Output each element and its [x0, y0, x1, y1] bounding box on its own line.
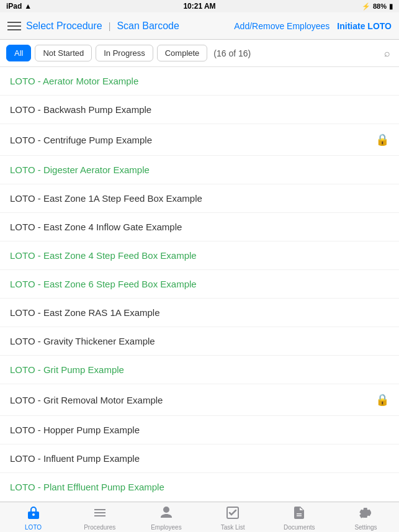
nav-left: Select Procedure | Scan Barcode	[7, 19, 179, 33]
list-item[interactable]: LOTO - Centrifuge Pump Example🔒	[0, 124, 399, 156]
filter-complete-button[interactable]: Complete	[157, 45, 208, 61]
tab-loto-label: LOTO	[25, 524, 42, 531]
battery-icon: ▮	[389, 2, 393, 11]
status-bar: iPad ▲ 10:21 AM ⚡ 88% ▮	[0, 0, 399, 12]
procedure-name: LOTO - Backwash Pump Example	[10, 104, 151, 115]
nav-bar: Select Procedure | Scan Barcode Add/Remo…	[0, 12, 399, 40]
list-item[interactable]: LOTO - Backwash Pump Example	[0, 96, 399, 124]
list-item[interactable]: LOTO - Aerator Motor Example	[0, 67, 399, 96]
list-item[interactable]: LOTO - East Zone RAS 1A Example	[0, 299, 399, 327]
procedure-name: LOTO - East Zone 4 Step Feed Box Example	[10, 250, 197, 261]
menu-icon[interactable]	[7, 19, 21, 33]
list-item[interactable]: LOTO - Plant Effluent Pump Example	[0, 473, 399, 499]
filter-all-button[interactable]: All	[6, 45, 31, 61]
procedure-name: LOTO - Grit Removal Motor Example	[10, 395, 163, 405]
list-item[interactable]: LOTO - East Zone 1A Step Feed Box Exampl…	[0, 184, 399, 213]
count-label: (16 of 16)	[213, 48, 378, 58]
procedure-name: LOTO - Gravity Thickener Example	[10, 336, 155, 346]
procedure-list: LOTO - Aerator Motor ExampleLOTO - Backw…	[0, 67, 399, 499]
list-item[interactable]: LOTO - East Zone 4 Step Feed Box Example	[0, 241, 399, 270]
tab-employees[interactable]: Employees	[133, 502, 199, 532]
filter-not-started-button[interactable]: Not Started	[35, 45, 92, 61]
procedure-name: LOTO - Centrifuge Pump Example	[10, 135, 152, 145]
procedure-name: LOTO - Digester Aerator Example	[10, 165, 150, 175]
tab-settings-label: Settings	[354, 524, 377, 531]
tab-settings[interactable]: Settings	[333, 502, 399, 532]
procedure-name: LOTO - East Zone 6 Step Feed Box Example	[10, 279, 197, 289]
tab-procedures-label: Procedures	[84, 524, 115, 531]
procedure-name: LOTO - Plant Effluent Pump Example	[10, 482, 164, 492]
lock-icon: 🔒	[375, 393, 389, 407]
status-time: 10:21 AM	[183, 2, 215, 11]
wifi-icon: ▲	[24, 2, 32, 11]
list-icon	[92, 505, 107, 523]
tab-documents-label: Documents	[284, 524, 315, 531]
lock-icon	[26, 505, 41, 523]
gear-icon	[358, 505, 373, 523]
list-item[interactable]: LOTO - Grit Removal Motor Example🔒	[0, 384, 399, 416]
scan-barcode-button[interactable]: Scan Barcode	[117, 20, 179, 32]
content-panel: All Not Started In Progress Complete (16…	[0, 40, 399, 502]
list-item[interactable]: LOTO - East Zone 4 Inflow Gate Example	[0, 213, 399, 241]
list-item[interactable]: LOTO - Digester Aerator Example	[0, 156, 399, 184]
check-icon	[225, 505, 240, 523]
list-item[interactable]: LOTO - Hopper Pump Example	[0, 416, 399, 444]
filter-bar: All Not Started In Progress Complete (16…	[0, 40, 399, 67]
tab-tasklist[interactable]: Task List	[200, 502, 266, 532]
lock-icon: 🔒	[375, 133, 389, 147]
tab-employees-label: Employees	[151, 524, 181, 531]
tab-bar: LOTOProceduresEmployeesTask ListDocument…	[0, 502, 399, 532]
initiate-loto-button[interactable]: Initiate LOTO	[337, 21, 392, 31]
list-item[interactable]: LOTO - Influent Pump Example	[0, 444, 399, 473]
bluetooth-icon: ⚡	[362, 2, 370, 11]
tab-procedures[interactable]: Procedures	[66, 502, 133, 532]
nav-separator: |	[109, 21, 111, 31]
procedure-name: LOTO - East Zone RAS 1A Example	[10, 307, 160, 318]
ipad-label: iPad	[6, 2, 22, 11]
tab-loto[interactable]: LOTO	[0, 502, 66, 532]
procedure-name: LOTO - Influent Pump Example	[10, 453, 140, 464]
procedure-name: LOTO - East Zone 1A Step Feed Box Exampl…	[10, 193, 202, 204]
status-left: iPad ▲	[6, 2, 32, 11]
person-icon	[159, 505, 174, 523]
list-item[interactable]: LOTO - Grit Pump Example	[0, 356, 399, 384]
search-button[interactable]: ⌕	[382, 48, 393, 59]
battery-label: 88%	[373, 2, 387, 10]
nav-right: Add/Remove Employees Initiate LOTO	[234, 21, 392, 31]
procedure-name: LOTO - Grit Pump Example	[10, 364, 124, 375]
filter-in-progress-button[interactable]: In Progress	[96, 45, 153, 61]
doc-icon	[292, 505, 307, 523]
status-right: ⚡ 88% ▮	[362, 2, 393, 11]
list-item[interactable]: LOTO - East Zone 6 Step Feed Box Example	[0, 270, 399, 299]
procedure-name: LOTO - Aerator Motor Example	[10, 76, 138, 86]
tab-documents[interactable]: Documents	[266, 502, 333, 532]
select-procedure-button[interactable]: Select Procedure	[26, 20, 102, 32]
procedure-name: LOTO - Hopper Pump Example	[10, 425, 140, 435]
procedure-name: LOTO - East Zone 4 Inflow Gate Example	[10, 222, 182, 232]
list-item[interactable]: LOTO - Gravity Thickener Example	[0, 327, 399, 356]
add-remove-employees-link[interactable]: Add/Remove Employees	[234, 21, 330, 31]
tab-tasklist-label: Task List	[221, 524, 245, 531]
